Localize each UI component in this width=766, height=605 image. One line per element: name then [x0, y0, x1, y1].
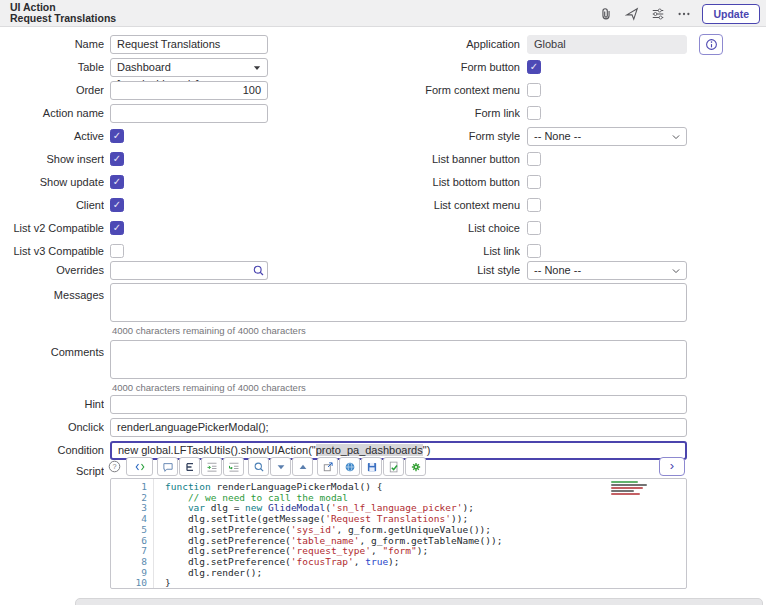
- application-info-button[interactable]: [699, 34, 723, 55]
- field-label-form-link: Form link: [376, 104, 520, 123]
- form-style-select[interactable]: -- None --: [527, 127, 687, 146]
- form-row-form-style: Form style-- None --: [0, 127, 766, 148]
- condition-text: new global.LFTaskUtils().showUIAction(": [118, 444, 316, 456]
- save-button[interactable]: [361, 457, 382, 476]
- selected-value: -- None --: [534, 264, 581, 276]
- list-style-select[interactable]: -- None --: [527, 261, 687, 280]
- chevron-up-icon: [297, 461, 309, 473]
- pop-out-button[interactable]: [317, 457, 338, 476]
- toolbar-button-group: [248, 457, 313, 476]
- form-context-menu-checkbox[interactable]: [527, 83, 541, 97]
- list-context-menu-checkbox[interactable]: [527, 198, 541, 212]
- field-label-onclick: Onclick: [0, 418, 104, 437]
- hint-input[interactable]: [110, 395, 687, 414]
- select-chevron-icon: [671, 266, 681, 276]
- update-button[interactable]: Update: [702, 4, 760, 24]
- form-row-application: ApplicationGlobal: [0, 35, 766, 56]
- form-row-list-context-menu: List context menu: [0, 196, 766, 217]
- line-number: 10: [111, 578, 147, 589]
- code-text: dlg.render();: [165, 568, 262, 579]
- activity-stream-button[interactable]: [624, 6, 640, 22]
- form-button-checkbox[interactable]: ✓: [527, 60, 541, 74]
- more-options-button[interactable]: [676, 6, 692, 22]
- chevron-down-icon: [275, 461, 287, 473]
- line-number: 5: [111, 525, 147, 536]
- syntax-check-button[interactable]: [383, 457, 404, 476]
- select-chevron-icon: [671, 132, 681, 142]
- indent-right-icon: [206, 461, 218, 473]
- form-link-checkbox[interactable]: [527, 106, 541, 120]
- comments-textarea[interactable]: [110, 340, 687, 379]
- toolbar-button-group: [317, 457, 426, 476]
- ui-action-record-page: UI Action Request Translations Update Na…: [0, 0, 766, 605]
- script-code-editor[interactable]: 1function renderLanguagePickerModal() {2…: [110, 478, 687, 589]
- comments-character-counter: 4000 characters remaining of 4000 charac…: [112, 382, 306, 393]
- activity-stream-icon: [625, 7, 639, 21]
- field-label-list-bottom-button: List bottom button: [376, 173, 520, 192]
- form-header-titles: UI Action Request Translations: [10, 2, 116, 24]
- sliders-icon: [651, 7, 665, 21]
- paperclip-button[interactable]: [598, 6, 614, 22]
- application-readonly-field: Global: [527, 35, 687, 54]
- chevron-down-button[interactable]: [270, 457, 291, 476]
- condition-text: "): [423, 444, 431, 456]
- sliders-button[interactable]: [650, 6, 666, 22]
- script-editor-toolbar: ?: [107, 457, 426, 476]
- comment-icon: [162, 461, 174, 473]
- indent-block-icon: [228, 461, 240, 473]
- search-icon: [253, 461, 265, 473]
- field-label-application: Application: [376, 35, 520, 54]
- format-align-icon: [184, 461, 196, 473]
- chevron-up-button[interactable]: [292, 457, 313, 476]
- field-label-list-context-menu: List context menu: [376, 196, 520, 215]
- search-button[interactable]: [248, 457, 269, 476]
- field-label-list-link: List link: [376, 242, 520, 261]
- syntax-check-icon: [388, 461, 400, 473]
- form-row-list-link: List link: [0, 242, 766, 263]
- field-label-form-button: Form button: [376, 58, 520, 77]
- form-header-actions: Update: [598, 3, 760, 24]
- api-docs-icon: [344, 461, 356, 473]
- macro-button[interactable]: [405, 457, 426, 476]
- indent-block-button[interactable]: [223, 457, 244, 476]
- form-row-form-link: Form link: [0, 104, 766, 125]
- form-row-form-context-menu: Form context menu: [0, 81, 766, 102]
- indent-right-button[interactable]: [201, 457, 222, 476]
- field-label-list-banner-button: List banner button: [376, 150, 520, 169]
- field-label-script: Script: [0, 462, 104, 481]
- messages-character-counter: 4000 characters remaining of 4000 charac…: [112, 325, 306, 336]
- code-minimap: [611, 481, 649, 496]
- field-label-messages: Messages: [0, 286, 104, 305]
- onclick-input[interactable]: renderLanguagePickerModal();: [110, 418, 687, 437]
- field-label-condition: Condition: [0, 441, 104, 460]
- form-row-hint: Hint: [0, 395, 766, 416]
- form-row-form-button: Form button✓: [0, 58, 766, 79]
- toolbar-button-group: [126, 457, 153, 476]
- format-code-icon: [134, 461, 146, 473]
- list-banner-button-checkbox[interactable]: [527, 152, 541, 166]
- related-section-bar[interactable]: [75, 598, 763, 605]
- form-header: UI Action Request Translations Update: [0, 0, 766, 27]
- format-align-button[interactable]: [179, 457, 200, 476]
- paperclip-icon: [599, 7, 613, 21]
- list-bottom-button-checkbox[interactable]: [527, 175, 541, 189]
- form-row-list-style: List style-- None --: [0, 261, 766, 282]
- toolbar-expand-button[interactable]: ›: [659, 457, 685, 476]
- check-icon: ✓: [530, 62, 538, 72]
- field-label-form-style: Form style: [376, 127, 520, 146]
- form-row-list-banner-button: List banner button: [0, 150, 766, 171]
- field-label-list-choice: List choice: [376, 219, 520, 238]
- list-choice-checkbox[interactable]: [527, 221, 541, 235]
- list-link-checkbox[interactable]: [527, 244, 541, 258]
- comment-button[interactable]: [157, 457, 178, 476]
- field-label-list-style: List style: [376, 261, 520, 280]
- format-code-button[interactable]: [126, 457, 153, 476]
- line-number: 8: [111, 557, 147, 568]
- api-docs-button[interactable]: [339, 457, 360, 476]
- selected-text: proto_pa_dashboards: [316, 444, 423, 456]
- toolbar-button-group: [157, 457, 244, 476]
- record-title: Request Translations: [10, 13, 116, 24]
- messages-textarea[interactable]: [110, 283, 687, 322]
- field-label-hint: Hint: [0, 395, 104, 414]
- help-circle-button[interactable]: ?: [107, 459, 122, 474]
